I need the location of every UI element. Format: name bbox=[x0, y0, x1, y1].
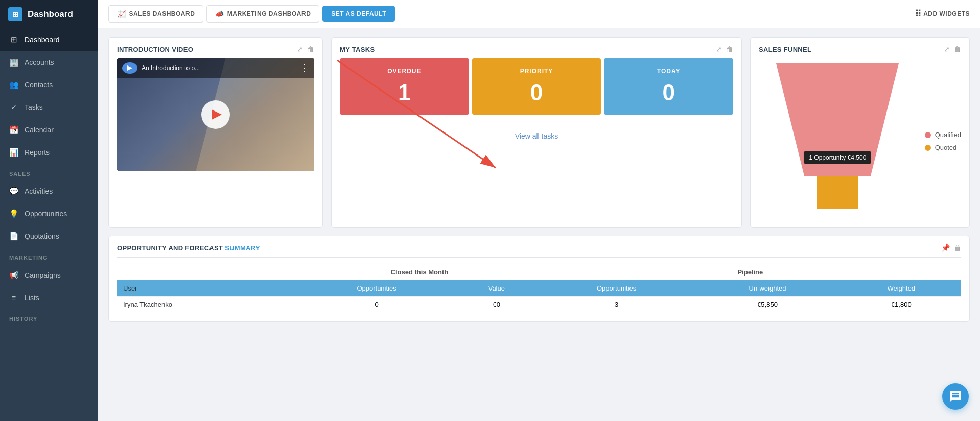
row-closed-opps: 0 bbox=[299, 297, 454, 313]
row-pipeline-opps: 3 bbox=[540, 297, 694, 313]
video-header-left: An Introduction to o... bbox=[122, 62, 200, 74]
accounts-nav-icon: 🏢 bbox=[9, 58, 18, 67]
sidebar-header[interactable]: ⊞ Dashboard bbox=[0, 0, 98, 29]
opportunities-nav-icon: 💡 bbox=[9, 209, 18, 218]
tasks-expand-icon[interactable]: ⤢ bbox=[716, 45, 722, 53]
closed-value-col: Value bbox=[454, 280, 540, 297]
forecast-table: Closed this Month Pipeline User Opportun… bbox=[117, 264, 961, 313]
forecast-title-part2: SUMMARY bbox=[225, 244, 260, 252]
sidebar-item-campaigns[interactable]: 📢Campaigns bbox=[0, 264, 98, 286]
video-title-text: An Introduction to o... bbox=[142, 64, 200, 72]
tab-marketing-dashboard[interactable]: 📣 MARKETING DASHBOARD bbox=[206, 5, 319, 23]
weighted-col: Weighted bbox=[842, 280, 961, 297]
funnel-expand-icon[interactable]: ⤢ bbox=[944, 45, 950, 53]
tab-sales-dashboard[interactable]: 📈 SALES DASHBOARD bbox=[108, 5, 203, 23]
forecast-pin-icon[interactable]: 📌 bbox=[941, 243, 950, 252]
sidebar-item-dashboard[interactable]: ⊞Dashboard bbox=[0, 29, 98, 51]
set-default-label: SET AS DEFAULT bbox=[331, 10, 386, 17]
marketing-dashboard-label: MARKETING DASHBOARD bbox=[227, 10, 311, 17]
overdue-task-box[interactable]: OVERDUE 1 bbox=[340, 58, 469, 115]
tasks-delete-icon[interactable]: 🗑 bbox=[726, 45, 733, 53]
closed-opps-col: Opportunities bbox=[299, 280, 454, 297]
marketing-dashboard-icon: 📣 bbox=[215, 10, 224, 18]
intro-video-actions: ⤢ 🗑 bbox=[297, 45, 314, 53]
add-widgets-button[interactable]: ⠿ ADD WIDGETS bbox=[915, 8, 970, 19]
funnel-tooltip: 1 Opportunity €4,500 bbox=[804, 151, 871, 164]
legend-qualified: Qualified bbox=[925, 131, 961, 139]
intro-video-header: INTRODUCTION VIDEO ⤢ 🗑 bbox=[109, 38, 322, 58]
forecast-actions: 📌 🗑 bbox=[941, 243, 961, 252]
chat-bubble-button[interactable] bbox=[942, 383, 969, 410]
campaigns-nav-icon: 📢 bbox=[9, 271, 18, 280]
set-default-button[interactable]: SET AS DEFAULT bbox=[322, 6, 395, 22]
intro-video-delete-icon[interactable]: 🗑 bbox=[307, 45, 314, 53]
qualified-dot bbox=[925, 132, 931, 138]
qualified-label: Qualified bbox=[935, 131, 961, 139]
activities-nav-icon: 💬 bbox=[9, 187, 18, 196]
activities-nav-label: Activities bbox=[25, 187, 53, 195]
lists-nav-label: Lists bbox=[25, 294, 39, 302]
video-thumbnail[interactable]: An Introduction to o... ⋮ bbox=[117, 58, 314, 171]
overdue-label: OVERDUE bbox=[345, 68, 464, 75]
sidebar-item-reports[interactable]: 📊Reports bbox=[0, 141, 98, 164]
dashboard-content: INTRODUCTION VIDEO ⤢ 🗑 bbox=[98, 28, 980, 421]
sidebar-nav: ⊞Dashboard🏢Accounts👥Contacts✓Tasks📅Calen… bbox=[0, 29, 98, 325]
forecast-col-header-row: User Opportunities Value Opportunities U… bbox=[117, 280, 961, 297]
priority-task-box[interactable]: PRIORITY 0 bbox=[472, 58, 601, 115]
tasks-title: MY TASKS bbox=[340, 46, 375, 53]
forecast-header: OPPORTUNITY AND FORECAST SUMMARY 📌 🗑 bbox=[109, 236, 969, 257]
tasks-actions: ⤢ 🗑 bbox=[716, 45, 733, 53]
widgets-row-1: INTRODUCTION VIDEO ⤢ 🗑 bbox=[108, 37, 970, 228]
contacts-nav-label: Contacts bbox=[25, 81, 53, 89]
intro-video-widget: INTRODUCTION VIDEO ⤢ 🗑 bbox=[108, 37, 323, 228]
calendar-nav-icon: 📅 bbox=[9, 125, 18, 135]
tasks-nav-icon: ✓ bbox=[9, 103, 18, 112]
sidebar-item-lists[interactable]: ≡Lists bbox=[0, 286, 98, 308]
sidebar-item-calendar[interactable]: 📅Calendar bbox=[0, 119, 98, 141]
sidebar-section-sales: SALES bbox=[0, 164, 98, 180]
intro-video-expand-icon[interactable]: ⤢ bbox=[297, 45, 303, 53]
funnel-delete-icon[interactable]: 🗑 bbox=[954, 45, 961, 53]
view-all-tasks-link[interactable]: View all tasks bbox=[332, 125, 741, 147]
sidebar-item-accounts[interactable]: 🏢Accounts bbox=[0, 51, 98, 74]
forecast-group-header-row: Closed this Month Pipeline bbox=[117, 264, 961, 280]
calendar-nav-label: Calendar bbox=[25, 126, 54, 134]
funnel-svg bbox=[771, 58, 904, 217]
add-widgets-label: ADD WIDGETS bbox=[923, 10, 970, 17]
pipeline-header: Pipeline bbox=[540, 264, 961, 280]
row-unweighted: €5,850 bbox=[694, 297, 842, 313]
forecast-widget: OPPORTUNITY AND FORECAST SUMMARY 📌 🗑 Clo… bbox=[108, 236, 970, 322]
today-task-box[interactable]: TODAY 0 bbox=[604, 58, 733, 115]
row-user: Iryna Tkachenko bbox=[117, 297, 299, 313]
lists-nav-icon: ≡ bbox=[9, 293, 18, 302]
video-play-button[interactable] bbox=[201, 100, 230, 129]
closed-this-month-header: Closed this Month bbox=[299, 264, 540, 280]
topbar: 📈 SALES DASHBOARD 📣 MARKETING DASHBOARD … bbox=[98, 0, 980, 28]
sidebar-item-quotations[interactable]: 📄Quotations bbox=[0, 225, 98, 248]
sales-dashboard-icon: 📈 bbox=[117, 10, 126, 18]
video-dots-icon[interactable]: ⋮ bbox=[300, 62, 309, 74]
chat-bubble-icon bbox=[949, 390, 962, 403]
sidebar-item-opportunities[interactable]: 💡Opportunities bbox=[0, 203, 98, 225]
campaigns-nav-label: Campaigns bbox=[25, 271, 61, 279]
yt-icon bbox=[122, 62, 137, 74]
main-content: 📈 SALES DASHBOARD 📣 MARKETING DASHBOARD … bbox=[98, 0, 980, 421]
funnel-content: 1 Opportunity €4,500 Qualified Quoted bbox=[751, 58, 969, 227]
funnel-chart: 1 Opportunity €4,500 bbox=[759, 58, 917, 219]
dashboard-icon: ⊞ bbox=[8, 7, 22, 21]
sidebar-item-tasks[interactable]: ✓Tasks bbox=[0, 96, 98, 119]
my-tasks-widget: MY TASKS ⤢ 🗑 OVERDUE 1 PRIORITY 0 bbox=[331, 37, 742, 228]
sales-dashboard-label: SALES DASHBOARD bbox=[129, 10, 195, 17]
forecast-delete-icon[interactable]: 🗑 bbox=[954, 243, 961, 252]
forecast-title-part1: OPPORTUNITY AND FORECAST bbox=[117, 244, 225, 252]
sidebar-item-contacts[interactable]: 👥Contacts bbox=[0, 74, 98, 96]
reports-nav-label: Reports bbox=[25, 148, 50, 157]
contacts-nav-icon: 👥 bbox=[9, 80, 18, 90]
tasks-grid: OVERDUE 1 PRIORITY 0 TODAY 0 bbox=[332, 58, 741, 115]
sidebar-item-activities[interactable]: 💬Activities bbox=[0, 180, 98, 203]
forecast-title: OPPORTUNITY AND FORECAST SUMMARY bbox=[117, 244, 260, 252]
forecast-table-wrap: Closed this Month Pipeline User Opportun… bbox=[109, 264, 969, 321]
sidebar: ⊞ Dashboard ⊞Dashboard🏢Accounts👥Contacts… bbox=[0, 0, 98, 421]
quotations-nav-icon: 📄 bbox=[9, 232, 18, 241]
sidebar-title: Dashboard bbox=[28, 9, 73, 19]
